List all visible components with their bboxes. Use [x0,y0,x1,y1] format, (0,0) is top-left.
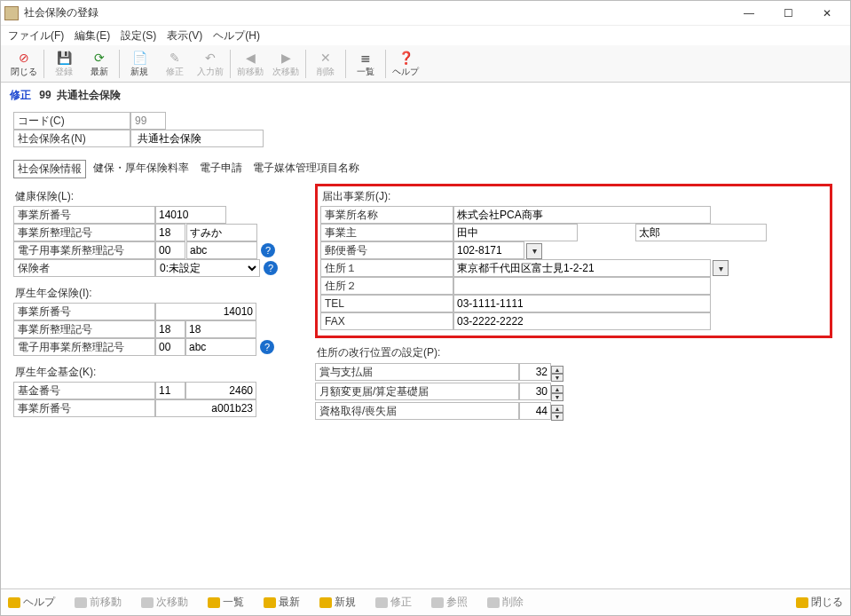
menu-settings[interactable]: 設定(S) [121,28,156,43]
code-field: 99 [130,112,166,130]
td-zip[interactable] [453,241,524,259]
kaigyo-month-lbl: 月額変更届/算定基礎届 [315,383,519,400]
tb-register[interactable]: 💾登録 [46,46,82,82]
tb-moveprev[interactable]: ◀前移動 [232,46,268,82]
tb-help[interactable]: ❓ヘルプ [388,46,423,82]
kosei-arrange-lbl: 事業所整理記号 [13,320,155,338]
td-addr2-lbl: 住所２ [320,277,453,295]
help-icon-kenpo[interactable]: ? [261,243,275,257]
f2-key-icon [75,597,87,608]
todokede-title: 届出事業所(J): [322,189,827,204]
menubar: ファイル(F) 編集(E) 設定(S) 表示(V) ヘルプ(H) [1,26,850,45]
zip-dropdown[interactable]: ▾ [526,243,542,259]
f3-key-icon [141,597,154,608]
tab-denshi[interactable]: 電子申請 [196,160,246,178]
undo-icon: ↶ [202,50,218,66]
tb-new[interactable]: 📄新規 [122,46,157,82]
refresh-icon: ⟳ [91,50,107,66]
td-fax-lbl: FAX [320,312,453,330]
sb-prev[interactable]: 前移動 [75,595,122,610]
minimize-button[interactable]: — [729,2,768,25]
kikin-office-lbl: 事業所番号 [13,399,155,417]
tab-rate[interactable]: 健保・厚年保険料率 [90,160,193,178]
sb-del[interactable]: 削除 [487,595,524,610]
kosei-elec1[interactable] [155,338,185,356]
kosei-elec2[interactable] [185,338,256,356]
td-owner2[interactable] [635,224,767,241]
edit-icon: ✎ [167,50,183,66]
menu-edit[interactable]: 編集(E) [75,28,110,43]
kikin-fund2[interactable] [185,382,256,399]
help-icon: ❓ [398,50,414,66]
delete-icon: ✕ [318,50,334,66]
td-name-lbl: 事業所名称 [320,206,453,224]
help-icon-insurer[interactable]: ? [264,261,278,275]
new-icon: 📄 [131,50,147,66]
td-zip-lbl: 郵便番号 [320,241,453,259]
kenpo-elec2[interactable] [186,241,257,259]
help-icon-kosei[interactable]: ? [260,340,274,354]
sb-fix[interactable]: 修正 [375,595,412,610]
sb-list[interactable]: 一覧 [208,595,244,610]
tb-fix[interactable]: ✎修正 [157,46,193,82]
tab-media[interactable]: 電子媒体管理項目名称 [249,160,363,178]
kenpo-officeno[interactable] [155,206,226,224]
close-icon: ⊘ [16,50,32,66]
kenpo-title: 健康保険(L): [15,189,297,204]
td-addr2[interactable] [453,277,711,295]
f4-key-icon [208,597,220,608]
f5-key-icon [264,597,276,608]
kikin-title: 厚生年金基金(K): [15,365,297,380]
td-tel[interactable] [453,295,711,312]
td-name[interactable] [453,206,711,224]
spinner-month[interactable]: ▲▼ [551,385,563,401]
kosei-officeno[interactable] [155,303,256,320]
kenpo-arrange1[interactable] [155,224,185,241]
td-tel-lbl: TEL [320,295,453,312]
kaigyo-month[interactable] [519,383,551,400]
mode-code: 99 [39,89,51,101]
sb-ref[interactable]: 参照 [431,595,468,610]
kenpo-insurer-select[interactable]: 0:未設定 [155,259,260,277]
kikin-office[interactable] [155,399,256,417]
f9-key-icon [487,597,500,608]
td-owner1[interactable] [453,224,578,241]
sb-help[interactable]: ヘルプ [8,595,55,610]
tb-delete[interactable]: ✕削除 [308,46,343,82]
spinner-status[interactable]: ▲▼ [551,405,563,421]
maximize-button[interactable]: ☐ [768,2,808,25]
toolbar: ⊘閉じる 💾登録 ⟳最新 📄新規 ✎修正 ↶入力前 ◀前移動 ▶次移動 ✕削除 … [1,45,850,83]
kaigyo-status[interactable] [519,402,551,420]
close-window-button[interactable]: ✕ [808,2,847,25]
kenpo-elec1[interactable] [155,241,185,259]
next-icon: ▶ [278,50,294,66]
td-addr1[interactable] [453,259,711,277]
kosei-arrange2[interactable] [185,320,256,338]
addr1-dropdown[interactable]: ▾ [713,260,729,276]
menu-file[interactable]: ファイル(F) [8,28,64,43]
f8-key-icon [431,597,444,608]
sb-new[interactable]: 新規 [319,595,356,610]
tb-list[interactable]: ≣一覧 [348,46,383,82]
tab-info[interactable]: 社会保険情報 [13,160,86,178]
spinner-bonus[interactable]: ▲▼ [551,366,563,382]
kaigyo-bonus[interactable] [519,363,551,381]
kosei-officeno-lbl: 事業所番号 [13,303,155,320]
f1-key-icon [8,597,20,608]
tb-inputprev[interactable]: ↶入力前 [193,46,228,82]
tb-close[interactable]: ⊘閉じる [6,46,42,82]
kenpo-arrange2[interactable] [186,224,257,241]
tb-movenext[interactable]: ▶次移動 [268,46,303,82]
sb-close[interactable]: 閉じる [796,595,843,610]
tb-latest[interactable]: ⟳最新 [82,46,117,82]
menu-view[interactable]: 表示(V) [167,28,202,43]
kikin-fund1[interactable] [155,382,185,399]
sb-next[interactable]: 次移動 [141,595,188,610]
menu-help[interactable]: ヘルプ(H) [213,28,260,43]
kaigyo-status-lbl: 資格取得/喪失届 [315,402,519,420]
td-fax[interactable] [453,312,711,330]
sb-latest[interactable]: 最新 [264,595,300,610]
f7-key-icon [375,597,388,608]
kosei-arrange1[interactable] [155,320,185,338]
name-field[interactable] [130,130,264,147]
